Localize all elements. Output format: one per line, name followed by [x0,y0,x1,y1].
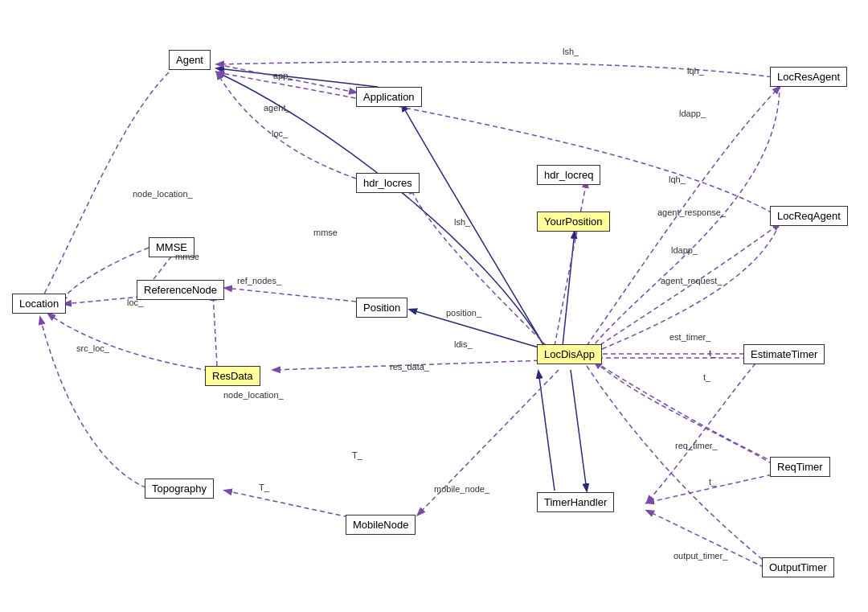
label-loc: loc_ [272,129,288,138]
svg-line-12 [555,181,587,346]
node-resdata: ResData [205,366,260,386]
label-t4: t_ [703,372,710,382]
node-referencenode: ReferenceNode [137,280,224,300]
svg-line-3 [571,370,587,491]
label-t3: t_ [709,348,716,358]
node-location: Location [12,294,66,314]
label-ref-nodes: ref_nodes_ [237,276,281,285]
label-mmse2: mmse [175,252,199,261]
label-agent-request: agent_request_ [661,276,722,285]
label-mobile-node: mobile_node_ [434,484,489,494]
label-src-loc: src_loc_ [76,343,109,353]
svg-line-16 [647,511,772,571]
node-mobilenode: MobileNode [346,515,416,535]
label-lqh1: lqh_ [687,66,704,76]
node-outputtimer: OutputTimer [762,557,834,577]
label-ldapp1: ldapp_ [679,109,706,118]
node-agent: Agent [169,50,211,70]
label-res-data: res_data_ [390,362,429,372]
node-application: Application [356,87,422,107]
svg-line-10 [225,491,356,519]
label-position: position_ [446,308,481,318]
node-hdr-locres: hdr_locres [356,173,420,193]
node-locreqagent: LocReqAgent [770,206,848,226]
label-agent: agent_ [264,103,291,113]
node-reqtimer: ReqTimer [770,457,830,477]
label-ldapp2: ldapp_ [671,245,698,255]
label-node-location2: node_location_ [223,390,284,400]
label-lsh1: lsh_ [563,47,579,56]
node-timerhandler: TimerHandler [537,492,614,512]
label-mmse1: mmse [313,228,338,237]
label-node-location: node_location_ [133,189,193,199]
label-app: app_ [273,71,293,80]
label-output-timer: output_timer_ [674,551,727,561]
node-estimatetimer: EstimateTimer [743,344,825,364]
node-yourposition: YourPosition [537,212,610,232]
node-locresagent: LocResAgent [770,67,847,87]
label-t5: t_ [709,477,716,487]
label-est-timer: est_timer_ [669,332,710,342]
node-position: Position [356,298,407,318]
label-loc2: loc_ [127,298,143,307]
label-ldis: ldis_ [454,339,473,349]
label-lqh2: lqh_ [669,175,686,184]
label-t2: T_ [259,483,269,492]
diagram-canvas: Agent Application hdr_locres MMSE Refere… [0,0,868,612]
label-agent-response: agent_response_ [657,207,726,217]
svg-line-8 [225,288,356,302]
node-topography: Topography [145,479,214,499]
svg-line-1 [563,232,575,346]
node-locdisapp: LocDisApp [537,344,602,364]
label-lsh2: lsh_ [454,217,470,227]
label-t1: T_ [352,450,362,460]
node-hdr-locreq: hdr_locreq [537,165,600,185]
svg-line-9 [213,294,217,366]
svg-line-4 [538,372,555,491]
label-req-timer: req_timer_ [675,441,718,450]
